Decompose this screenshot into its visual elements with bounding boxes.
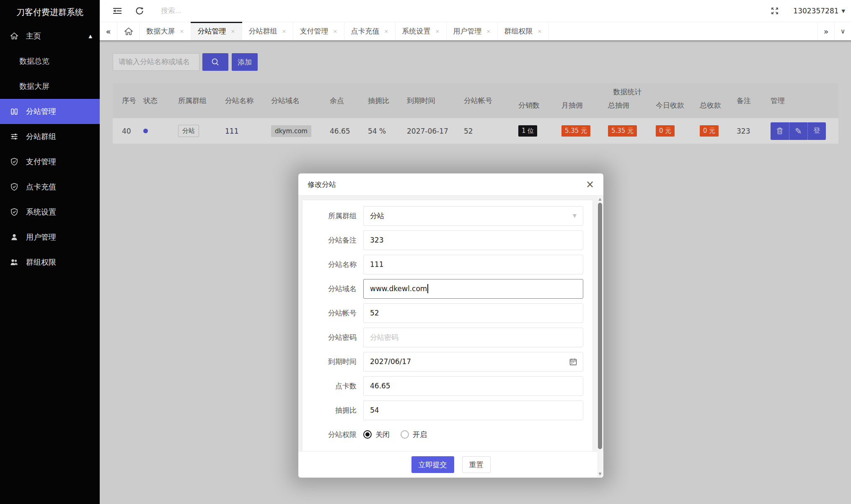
sidebar-item-label: 分站群组 (26, 132, 56, 142)
close-icon[interactable]: × (586, 179, 594, 189)
sliders-icon (9, 132, 19, 142)
calendar-icon (569, 358, 577, 366)
field-label: 点卡数 (303, 381, 363, 391)
scrollbar-thumb[interactable] (598, 203, 602, 449)
book-icon (9, 106, 19, 116)
shield-check-icon (9, 182, 19, 192)
refresh-icon[interactable] (135, 6, 144, 16)
sidebar-item-label: 分站管理 (26, 106, 56, 116)
user-menu[interactable]: 1302357281 ▼ (793, 7, 845, 15)
tab-label: 分站群组 (249, 26, 277, 36)
radio-open[interactable]: 开启 (401, 430, 427, 439)
name-field[interactable]: 111 (363, 255, 583, 274)
sidebar-item-label: 数据大屏 (19, 81, 49, 91)
domain-field[interactable]: www.dkewl.com (363, 279, 583, 299)
shield-check-icon (9, 207, 19, 217)
sidebar-item-payment-manage[interactable]: 支付管理 (0, 149, 100, 174)
field-value: 46.65 (370, 382, 391, 390)
sidebar-item-system-settings[interactable]: 系统设置 (0, 199, 100, 225)
sidebar-item-label: 主页 (26, 31, 41, 41)
close-icon[interactable]: × (384, 28, 389, 34)
tab-label: 群组权限 (504, 26, 533, 36)
radio-icon (401, 430, 409, 439)
radio-label: 开启 (413, 430, 427, 439)
field-label: 分站备注 (303, 235, 363, 245)
text-cursor (427, 284, 428, 293)
user-icon (9, 232, 19, 242)
modal-body: 所属群组 分站 ▼ 分站备注 323 分站名称 111 分站域名 www.dke… (298, 196, 603, 451)
field-placeholder: 分站密码 (370, 333, 398, 342)
field-label: 分站名称 (303, 260, 363, 269)
field-label: 分站域名 (303, 284, 363, 294)
select-value: 分站 (370, 211, 384, 221)
modal-scrollbar[interactable]: ▲ ▼ (597, 196, 603, 477)
home-icon (9, 31, 19, 41)
sidebar-item-data-overview[interactable]: 数据总览 (0, 49, 100, 74)
tabs-menu-icon[interactable]: ∨ (834, 22, 851, 40)
close-icon[interactable]: × (486, 28, 491, 34)
field-label: 分站权限 (303, 430, 363, 439)
field-label: 所属群组 (303, 211, 363, 221)
card-points-field[interactable]: 46.65 (363, 376, 583, 396)
tab-substation-manage[interactable]: 分站管理× (191, 22, 242, 40)
group-select[interactable]: 分站 ▼ (363, 206, 583, 226)
chevron-up-icon: ▲ (89, 34, 92, 39)
field-label: 到期时间 (303, 357, 363, 367)
user-id: 1302357281 (793, 7, 838, 15)
topbar-search-input[interactable] (161, 7, 287, 15)
radio-close[interactable]: 关闭 (363, 430, 390, 439)
close-icon[interactable]: × (538, 28, 542, 34)
tab-group-permission[interactable]: 群组权限× (498, 22, 549, 40)
shield-check-icon (9, 157, 19, 167)
close-icon[interactable]: × (435, 28, 440, 34)
sidebar-item-label: 用户管理 (26, 232, 56, 242)
tab-card-recharge[interactable]: 点卡充值× (344, 22, 396, 40)
radio-icon (363, 430, 372, 439)
tab-substation-group[interactable]: 分站群组× (242, 22, 293, 40)
tab-payment-manage[interactable]: 支付管理× (293, 22, 344, 40)
scroll-down-icon[interactable]: ▼ (597, 472, 603, 476)
tab-home[interactable] (117, 22, 140, 40)
commission-rate-field[interactable]: 54 (363, 401, 583, 420)
tabs-scroll-right-icon[interactable]: » (817, 22, 834, 40)
reset-button[interactable]: 重置 (462, 456, 491, 473)
tab-system-settings[interactable]: 系统设置× (396, 22, 447, 40)
tabs-scroll-left-icon[interactable]: « (100, 22, 117, 40)
sidebar-item-data-screen[interactable]: 数据大屏 (0, 74, 100, 99)
chevron-down-icon: ▼ (573, 213, 577, 219)
close-icon[interactable]: × (180, 28, 184, 34)
password-field[interactable]: 分站密码 (363, 328, 583, 347)
sidebar-item-substation-group[interactable]: 分站群组 (0, 124, 100, 149)
sidebar-item-user-manage[interactable]: 用户管理 (0, 225, 100, 250)
sidebar-item-group-permission[interactable]: 群组权限 (0, 250, 100, 275)
tab-user-manage[interactable]: 用户管理× (447, 22, 498, 40)
sidebar-item-substation-manage[interactable]: 分站管理 (0, 99, 100, 124)
field-label: 抽拥比 (303, 406, 363, 415)
close-icon[interactable]: × (333, 28, 338, 34)
tab-label: 系统设置 (402, 26, 431, 36)
edit-substation-modal: 修改分站 × 所属群组 分站 ▼ 分站备注 323 分站名称 111 分站域名 (298, 173, 603, 478)
sidebar-item-label: 群组权限 (26, 257, 56, 267)
field-value: 54 (370, 406, 379, 414)
close-icon[interactable]: × (231, 28, 235, 34)
account-field[interactable]: 52 (363, 303, 583, 323)
topbar: 1302357281 ▼ (100, 0, 851, 22)
sidebar-item-label: 支付管理 (26, 157, 56, 167)
field-value: 2027/06/17 (370, 357, 411, 366)
expire-date-field[interactable]: 2027/06/17 (363, 352, 583, 372)
tab-data-screen[interactable]: 数据大屏× (140, 22, 191, 40)
radio-label: 关闭 (375, 430, 390, 439)
modal-title: 修改分站 (308, 180, 336, 189)
submit-button[interactable]: 立即提交 (411, 456, 454, 473)
sidebar-item-card-recharge[interactable]: 点卡充值 (0, 174, 100, 199)
edit-form: 所属群组 分站 ▼ 分站备注 323 分站名称 111 分站域名 www.dke… (303, 200, 592, 451)
scroll-up-icon[interactable]: ▲ (597, 197, 603, 201)
modal-header: 修改分站 × (298, 173, 603, 196)
collapse-sidebar-icon[interactable] (112, 7, 122, 15)
tab-label: 支付管理 (300, 26, 329, 36)
remark-field[interactable]: 323 (363, 230, 583, 250)
field-value: 52 (370, 309, 379, 317)
close-icon[interactable]: × (282, 28, 287, 34)
fullscreen-icon[interactable] (771, 7, 779, 15)
sidebar-item-home[interactable]: 主页 ▲ (0, 23, 100, 49)
